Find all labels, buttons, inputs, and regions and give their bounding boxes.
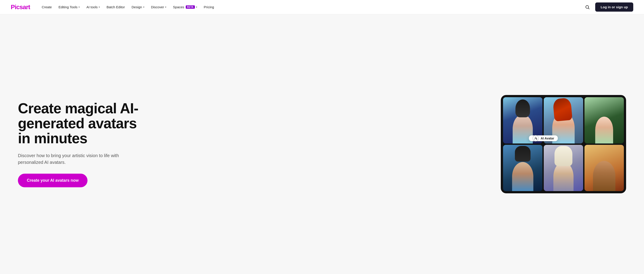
avatar-grid: AI Avatar <box>501 95 626 193</box>
nav-right: Log in or sign up <box>583 2 633 12</box>
chevron-down-icon: ▾ <box>78 6 80 8</box>
chevron-down-icon: ▾ <box>143 6 144 8</box>
chevron-down-icon: ▾ <box>196 6 197 8</box>
hero-section: Create magical AI-generated avatars in m… <box>0 14 644 274</box>
chevron-down-icon: ▾ <box>99 6 100 8</box>
logo-text: Picsart <box>11 3 30 10</box>
ai-avatar-label: AI Avatar <box>540 137 554 140</box>
hero-text: Create magical AI-generated avatars in m… <box>18 101 152 188</box>
avatar-cell-5 <box>544 145 583 191</box>
logo[interactable]: Picsart <box>11 3 30 11</box>
nav-item-ai-tools[interactable]: AI tools ▾ <box>84 3 102 11</box>
nav-item-editing-tools[interactable]: Editing Tools ▾ <box>56 3 82 11</box>
svg-line-1 <box>588 8 590 9</box>
avatar-cell-4 <box>503 145 542 191</box>
nav-item-spaces[interactable]: Spaces BETA ▾ <box>170 3 200 11</box>
search-icon <box>585 5 590 9</box>
nav-item-design[interactable]: Design ▾ <box>129 3 147 11</box>
nav-item-batch-editor[interactable]: Batch Editor <box>104 3 128 11</box>
nav-item-create[interactable]: Create <box>39 3 54 11</box>
navbar: Picsart Create Editing Tools ▾ AI tools … <box>0 0 644 14</box>
cta-button[interactable]: Create your AI avatars now <box>18 174 88 187</box>
svg-point-2 <box>535 137 536 138</box>
avatar-tooltip-icon <box>532 135 539 141</box>
ai-avatar-tooltip: AI Avatar <box>529 135 558 141</box>
nav-item-pricing[interactable]: Pricing <box>201 3 217 11</box>
chevron-down-icon: ▾ <box>165 6 166 8</box>
nav-links: Create Editing Tools ▾ AI tools ▾ Batch … <box>39 3 583 11</box>
hero-image: AI Avatar <box>501 95 626 193</box>
avatar-cell-6 <box>584 145 624 191</box>
hero-subtitle: Discover how to bring your artistic visi… <box>18 152 125 166</box>
beta-badge: BETA <box>186 5 195 9</box>
avatar-cell-3 <box>584 97 624 143</box>
login-button[interactable]: Log in or sign up <box>595 2 633 12</box>
search-button[interactable] <box>583 3 592 11</box>
hero-title: Create magical AI-generated avatars in m… <box>18 101 152 146</box>
nav-item-discover[interactable]: Discover ▾ <box>148 3 169 11</box>
